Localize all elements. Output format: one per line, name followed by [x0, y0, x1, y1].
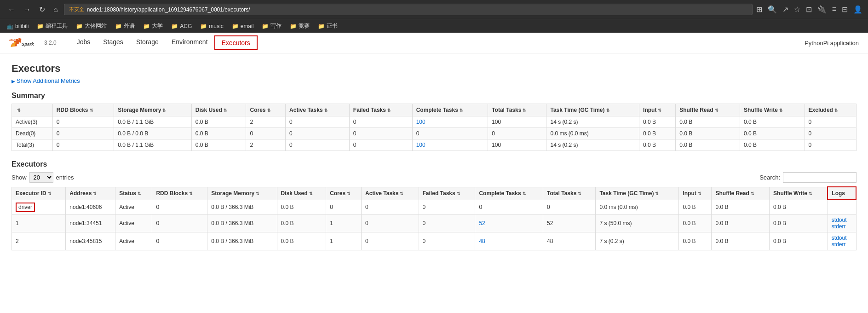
summary-disk: 0.0 B [191, 139, 246, 151]
th-shuffle-read[interactable]: Shuffle Read⇅ [676, 104, 740, 116]
executor-logs[interactable]: stdoutstderr [828, 214, 856, 232]
daxue-label: 大学 [152, 22, 163, 30]
logs-stderr[interactable]: stderr [832, 223, 846, 230]
th-complete-tasks[interactable]: Complete Tasks⇅ [412, 104, 488, 116]
bookmark-bianchen[interactable]: 📁 编程工具 [35, 21, 69, 31]
bookmark-xiezuo[interactable]: 📁 写作 [260, 21, 283, 31]
bookmark-zhengshu[interactable]: 📁 证书 [316, 21, 339, 31]
spark-version: 3.2.0 [44, 40, 57, 46]
nav-environment[interactable]: Environment [165, 35, 214, 50]
bookmark-bilibili[interactable]: 📺 bilibili [5, 22, 30, 30]
nav-executors[interactable]: Executors [214, 35, 258, 50]
search-icon[interactable]: 🔍 [768, 5, 777, 14]
summary-label: Dead(0) [12, 128, 53, 139]
executor-total: 48 [543, 232, 596, 250]
menu-icon[interactable]: ≡ [832, 5, 836, 14]
address-bar[interactable]: 不安全 node1:18080/history/application_1691… [64, 4, 753, 15]
eth-total-tasks[interactable]: Total Tasks⇅ [543, 187, 596, 200]
bookmark-acg[interactable]: 📁 ACG [169, 22, 194, 30]
eth-shuffle-write[interactable]: Shuffle Write⇅ [770, 187, 828, 200]
executor-complete[interactable]: 52 [475, 214, 543, 232]
eth-address[interactable]: Address⇅ [66, 187, 115, 200]
th-failed-tasks[interactable]: Failed Tasks⇅ [349, 104, 412, 116]
th-disk-used[interactable]: Disk Used⇅ [191, 104, 246, 116]
nav-jobs[interactable]: Jobs [70, 35, 97, 50]
eth-storage-memory[interactable]: Storage Memory⇅ [207, 187, 277, 200]
cast-icon[interactable]: ⊞ [756, 5, 762, 14]
bookmark-dazhan[interactable]: 📁 大佬网站 [74, 21, 109, 31]
bookmark-jingsai[interactable]: 📁 竞赛 [288, 21, 311, 31]
eth-logs[interactable]: Logs [828, 187, 856, 200]
executor-logs [828, 200, 856, 214]
reload-button[interactable]: ↻ [37, 4, 47, 15]
executor-status: Active [115, 200, 152, 214]
show-label: Show [11, 174, 27, 181]
logs-stderr[interactable]: stderr [832, 241, 846, 248]
search-input[interactable] [783, 172, 857, 183]
logs-stdout[interactable]: stdout [832, 235, 847, 241]
home-button[interactable]: ⌂ [51, 5, 60, 15]
th-task-time[interactable]: Task Time (GC Time)⇅ [546, 104, 639, 116]
eth-executor-id[interactable]: Executor ID⇅ [12, 187, 66, 200]
executor-logs[interactable]: stdoutstderr [828, 232, 856, 250]
summary-active: 0 [286, 116, 350, 128]
bookmark-daxue[interactable]: 📁 大学 [141, 21, 165, 31]
back-button[interactable]: ← [6, 5, 17, 15]
show-metrics-link[interactable]: Show Additional Metrics [11, 77, 857, 84]
summary-excluded: 0 [805, 139, 856, 151]
th-cores[interactable]: Cores⇅ [246, 104, 286, 116]
logs-stdout[interactable]: stdout [832, 217, 847, 223]
share-icon[interactable]: ↗ [782, 5, 788, 14]
eth-task-time[interactable]: Task Time (GC Time)⇅ [596, 187, 679, 200]
summary-complete[interactable]: 100 [412, 116, 488, 128]
summary-label: Total(3) [12, 139, 53, 151]
bookmarks-bar: 📺 bilibili 📁 编程工具 📁 大佬网站 📁 外语 📁 大学 📁 ACG… [0, 19, 868, 33]
eth-shuffle-read[interactable]: Shuffle Read⇅ [712, 187, 770, 200]
eth-status[interactable]: Status⇅ [115, 187, 152, 200]
window-icon[interactable]: ⊡ [806, 5, 812, 14]
minimize-icon[interactable]: ⊟ [842, 5, 848, 14]
folder-icon-10: 📁 [318, 23, 325, 29]
profile-icon[interactable]: 👤 [853, 5, 862, 14]
eth-input[interactable]: Input⇅ [679, 187, 712, 200]
nav-storage[interactable]: Storage [130, 35, 165, 50]
executors-header-row: Executor ID⇅ Address⇅ Status⇅ RDD Blocks… [12, 187, 857, 200]
bookmark-email[interactable]: 📁 email [230, 22, 256, 30]
executor-complete[interactable]: 0 [475, 200, 543, 214]
eth-disk-used[interactable]: Disk Used⇅ [277, 187, 326, 200]
executor-shufflewrite: 0.0 B [770, 214, 828, 232]
th-shuffle-write[interactable]: Shuffle Write⇅ [740, 104, 805, 116]
th-excluded[interactable]: Excluded⇅ [805, 104, 856, 116]
extensions-icon[interactable]: 🔌 [817, 5, 827, 14]
th-active-tasks[interactable]: Active Tasks⇅ [286, 104, 350, 116]
summary-excluded: 0 [805, 116, 856, 128]
forward-button[interactable]: → [21, 5, 33, 15]
folder-icon-8: 📁 [262, 23, 269, 29]
eth-rdd-blocks[interactable]: RDD Blocks⇅ [152, 187, 207, 200]
th-rdd-blocks[interactable]: RDD Blocks⇅ [52, 104, 114, 116]
summary-disk: 0.0 B [191, 116, 246, 128]
eth-active-tasks[interactable]: Active Tasks⇅ [361, 187, 419, 200]
nav-stages[interactable]: Stages [97, 35, 130, 50]
th-input[interactable]: Input⇅ [639, 104, 676, 116]
executor-failed: 0 [419, 214, 475, 232]
th-total-tasks[interactable]: Total Tasks⇅ [488, 104, 546, 116]
executor-complete[interactable]: 48 [475, 232, 543, 250]
summary-shuffleread: 0.0 B [676, 139, 740, 151]
executor-id[interactable]: driver [12, 200, 66, 214]
eth-complete-tasks[interactable]: Complete Tasks⇅ [475, 187, 543, 200]
bookmark-icon[interactable]: ☆ [794, 5, 800, 14]
summary-complete[interactable]: 100 [412, 139, 488, 151]
executor-input: 0.0 B [679, 214, 712, 232]
executor-failed: 0 [419, 232, 475, 250]
bookmark-music[interactable]: 📁 music [198, 22, 225, 30]
summary-shuffleread: 0.0 B [676, 128, 740, 139]
executor-tasktime: 7 s (0.2 s) [596, 232, 679, 250]
bookmark-waiyu[interactable]: 📁 外语 [113, 21, 137, 31]
show-select[interactable]: 20 50 100 [29, 172, 53, 183]
th-storage-memory[interactable]: Storage Memory⇅ [114, 104, 191, 116]
eth-failed-tasks[interactable]: Failed Tasks⇅ [419, 187, 475, 200]
summary-complete[interactable]: 0 [412, 128, 488, 139]
th-label[interactable]: ⇅ [12, 104, 53, 116]
eth-cores[interactable]: Cores⇅ [326, 187, 362, 200]
